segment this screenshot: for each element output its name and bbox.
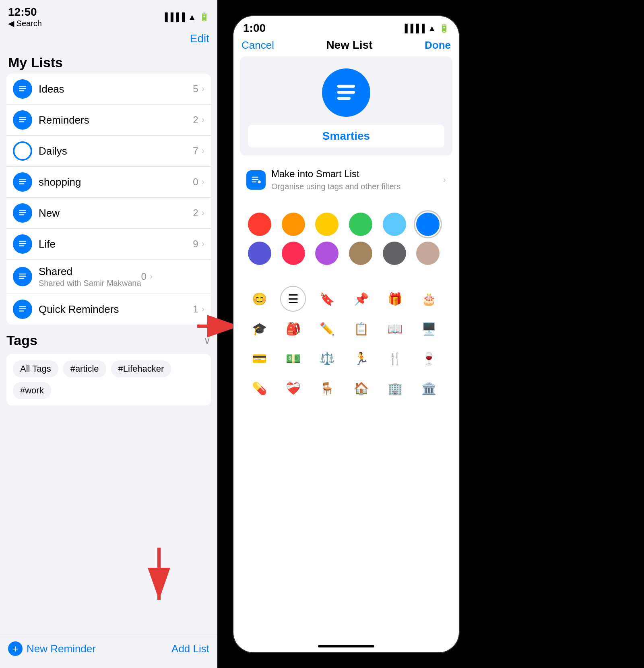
color-lavender[interactable]: [315, 242, 339, 265]
colors-section: [240, 205, 452, 273]
svg-rect-6: [19, 179, 26, 180]
list-item-new[interactable]: New 2 ›: [6, 198, 211, 229]
time-left: 12:50: [8, 6, 42, 19]
new-reminder-button[interactable]: + New Reminder: [8, 641, 96, 656]
icon-chair[interactable]: 🪑: [314, 375, 340, 401]
wifi-icon-right: ▲: [428, 24, 436, 33]
color-pink[interactable]: [282, 242, 305, 265]
shopping-chevron: ›: [202, 177, 204, 187]
smart-list-section[interactable]: Make into Smart List Organise using tags…: [240, 162, 452, 198]
smart-list-text: Make into Smart List Organise using tags…: [271, 168, 438, 192]
icon-weights[interactable]: ⚖️: [314, 345, 340, 371]
status-bar-right: 1:00 ▐▐▐▐ ▲ 🔋: [233, 16, 459, 37]
plus-icon: +: [8, 641, 23, 656]
tag-work[interactable]: #work: [13, 382, 51, 399]
tag-all[interactable]: All Tags: [13, 360, 58, 377]
color-salmon[interactable]: [416, 242, 440, 265]
edit-button[interactable]: Edit: [190, 32, 209, 45]
icon-name-section: [240, 56, 452, 155]
icon-card[interactable]: 💳: [246, 345, 272, 371]
svg-rect-13: [19, 243, 26, 244]
dailys-label: Dailys: [39, 145, 193, 157]
new-count: 2: [193, 207, 198, 219]
smart-list-chevron: ›: [443, 175, 446, 185]
back-button[interactable]: ◀ Search: [8, 19, 42, 28]
tag-article[interactable]: #article: [63, 360, 106, 377]
color-orange[interactable]: [282, 213, 305, 236]
battery-icon-right: 🔋: [439, 23, 449, 33]
color-yellow[interactable]: [315, 213, 339, 236]
svg-rect-28: [252, 177, 258, 178]
tags-collapse-icon[interactable]: ∨: [204, 335, 211, 346]
list-item-reminders[interactable]: Reminders 2 ›: [6, 105, 211, 136]
color-lightblue[interactable]: [383, 213, 406, 236]
tags-pills: All Tags #article #Lifehacker #work: [6, 354, 211, 405]
svg-rect-3: [19, 117, 26, 118]
svg-rect-5: [19, 121, 24, 122]
icon-money[interactable]: 💵: [280, 345, 306, 371]
icon-cake[interactable]: 🎂: [416, 286, 442, 312]
svg-rect-17: [19, 278, 24, 279]
list-big-icon[interactable]: [322, 68, 370, 117]
icon-list[interactable]: ☰: [280, 286, 306, 312]
icon-bank[interactable]: 🏛️: [416, 375, 442, 401]
icon-gift[interactable]: 🎁: [382, 286, 408, 312]
add-list-button[interactable]: Add List: [171, 643, 209, 655]
icon-grad[interactable]: 🎓: [246, 316, 272, 341]
icon-heart[interactable]: ❤️‍🩹: [280, 375, 306, 401]
cancel-button[interactable]: Cancel: [242, 39, 274, 52]
icons-section: 😊 ☰ 🔖 📌 🎁 🎂 🎓 🎒 ✏️ 📋 📖 🖥️ 💳 💵 ⚖️ 🏃 🍴 🍷 💊: [240, 279, 452, 407]
shared-label: Shared: [39, 265, 141, 278]
icon-clipboard[interactable]: 📋: [348, 316, 374, 341]
life-label: Life: [39, 238, 193, 250]
icon-pill[interactable]: 💊: [246, 375, 272, 401]
list-item-quick-reminders[interactable]: Quick Reminders 1 ›: [6, 294, 211, 325]
icon-bag[interactable]: 🎒: [280, 316, 306, 341]
icon-smiley[interactable]: 😊: [246, 286, 272, 312]
life-chevron: ›: [202, 239, 204, 249]
icon-run[interactable]: 🏃: [348, 345, 374, 371]
time-right: 1:00: [243, 22, 266, 35]
quick-reminders-chevron: ›: [202, 304, 204, 314]
list-item-shared[interactable]: Shared Shared with Samir Makwana 0 ›: [6, 260, 211, 294]
icon-building[interactable]: 🏢: [382, 375, 408, 401]
color-green[interactable]: [349, 213, 372, 236]
icon-pin[interactable]: 📌: [348, 286, 374, 312]
color-blue[interactable]: [416, 213, 440, 236]
svg-rect-0: [19, 86, 26, 87]
tag-lifehacker[interactable]: #Lifehacker: [111, 360, 171, 377]
done-button[interactable]: Done: [425, 39, 451, 52]
reminders-icon: [13, 110, 32, 130]
icon-book[interactable]: 📖: [382, 316, 408, 341]
list-name-field[interactable]: [248, 125, 444, 147]
icon-wine[interactable]: 🍷: [416, 345, 442, 371]
svg-rect-16: [19, 276, 26, 277]
icon-monitor[interactable]: 🖥️: [416, 316, 442, 341]
color-brown[interactable]: [349, 242, 372, 265]
color-red[interactable]: [248, 213, 271, 236]
icon-house[interactable]: 🏠: [348, 375, 374, 401]
new-chevron: ›: [202, 208, 204, 218]
signal-icon: ▐▐▐▐: [162, 12, 185, 22]
home-indicator: [318, 645, 374, 647]
colors-grid: [248, 213, 444, 265]
shared-subtitle: Shared with Samir Makwana: [39, 279, 141, 288]
list-item-shopping[interactable]: shopping 0 ›: [6, 167, 211, 198]
new-icon: [13, 203, 32, 223]
color-purple[interactable]: [248, 242, 271, 265]
icon-pencil[interactable]: ✏️: [314, 316, 340, 341]
list-item-life[interactable]: Life 9 ›: [6, 229, 211, 260]
quick-reminders-label: Quick Reminders: [39, 303, 193, 316]
signal-icon-right: ▐▐▐▐: [402, 24, 425, 33]
right-phone: 1:00 ▐▐▐▐ ▲ 🔋 Cancel New List Done: [233, 16, 459, 652]
icon-bookmark[interactable]: 🔖: [314, 286, 340, 312]
status-icons-left: ▐▐▐▐ ▲ 🔋: [162, 12, 209, 22]
shared-icon: [13, 267, 32, 286]
icon-fork[interactable]: 🍴: [382, 345, 408, 371]
list-item-ideas[interactable]: Ideas 5 ›: [6, 74, 211, 105]
status-bar-left: 12:50 ◀ Search ▐▐▐▐ ▲ 🔋: [0, 0, 217, 31]
list-item-dailys[interactable]: Dailys 7 ›: [6, 136, 211, 167]
svg-rect-15: [19, 273, 26, 274]
svg-rect-30: [252, 182, 257, 182]
color-gray[interactable]: [383, 242, 406, 265]
